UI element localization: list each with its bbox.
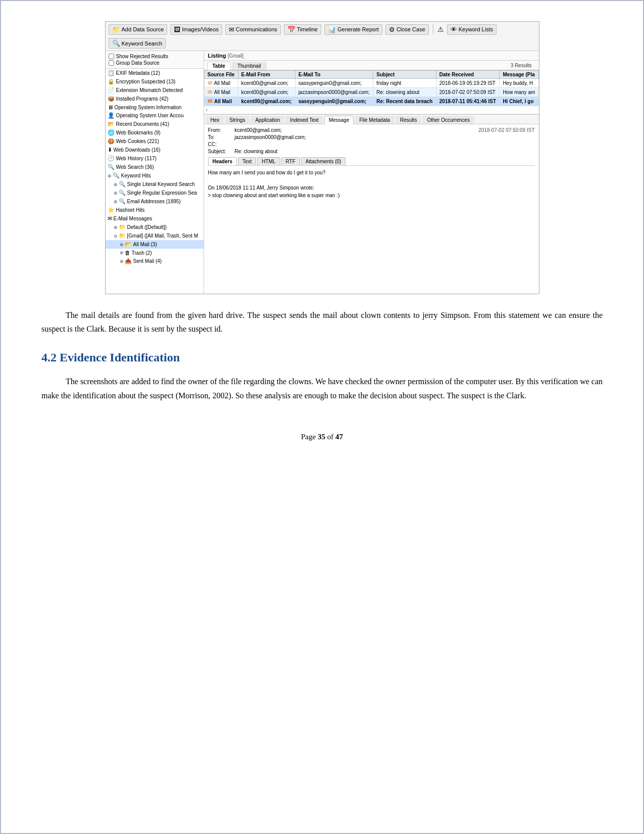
programs-icon: 📦: [108, 96, 115, 102]
tree-item-all-mail[interactable]: ⊕ 📂 All Mail (3): [106, 240, 204, 249]
table-row[interactable]: ✉ All Mail kcent00@gmail.com; sassypengu…: [204, 97, 538, 106]
view-tabs: Table Thumbnail 3 Results: [204, 61, 539, 70]
tab-results[interactable]: Results: [395, 116, 421, 124]
email-from-field: From: kcent00@gmail.com; 2018-07-02 07:5…: [208, 127, 535, 133]
exif-icon: 📋: [108, 70, 115, 76]
table-row[interactable]: ✉ All Mail kcent00@gmail.com; jazzasimps…: [204, 88, 538, 97]
body-paragraph-1: The mail details are found from the give…: [41, 308, 603, 336]
left-sidebar: Show Rejected Results Group Data Source …: [106, 51, 204, 294]
tab-other-occurrences[interactable]: Other Occurrences: [422, 116, 474, 124]
images-videos-button[interactable]: 🖼 Images/Videos: [170, 24, 222, 35]
tab-application[interactable]: Application: [251, 116, 284, 124]
tab-thumbnail[interactable]: Thumbnail: [232, 62, 267, 70]
table-row[interactable]: ✉ All Mail kcent00@gmail.com; sassypengu…: [204, 79, 538, 88]
tab-indexed-text[interactable]: Indexed Text: [285, 116, 323, 124]
cell-to-1: sassypenguin0@gmail.com;: [295, 79, 373, 88]
email-content-tabs: Headers Text HTML RTF Attachments (0): [208, 157, 535, 166]
tree-item-web-history[interactable]: 🕑 Web History (117): [106, 154, 204, 163]
tab-file-metadata[interactable]: File Metadata: [355, 116, 394, 124]
keyword-lists-button[interactable]: 👁 Keyword Lists: [447, 24, 497, 35]
document-page: 📁 Add Data Source 🖼 Images/Videos ✉ Comm…: [0, 0, 644, 834]
col-to: E-Mail To: [295, 71, 373, 79]
page-footer: Page 35 of 47: [41, 433, 603, 441]
tree-item-os-info[interactable]: 🖥 Operating System Information: [106, 103, 204, 111]
sidebar-options: Show Rejected Results Group Data Source: [106, 51, 204, 69]
tree-item-sent-mail[interactable]: ⊕ 📤 Sent Mail (4): [106, 257, 204, 265]
main-layout: Show Rejected Results Group Data Source …: [106, 51, 539, 294]
default-icon: 📁: [119, 224, 126, 230]
tab-text[interactable]: Text: [238, 157, 256, 165]
timeline-button[interactable]: 📅 Timeline: [284, 24, 321, 35]
tree-item-web-downloads[interactable]: ⬇ Web Downloads (16): [106, 146, 204, 154]
group-data-checkbox[interactable]: [109, 60, 114, 66]
tree-item-web-bookmarks[interactable]: 🌐 Web Bookmarks (9): [106, 128, 204, 137]
close-case-button[interactable]: ⚙ Close Case: [385, 24, 429, 35]
report-icon: 📊: [328, 26, 336, 33]
generate-report-button[interactable]: 📊 Generate Report: [324, 24, 382, 35]
tab-headers[interactable]: Headers: [208, 157, 237, 165]
cell-subject-1: friday night: [373, 79, 436, 88]
email-msg-icon: ✉: [108, 215, 112, 222]
tree-item-keyword-hits[interactable]: ⊕ 🔍 Keyword Hits: [106, 171, 204, 180]
tree-item-single-literal[interactable]: ⊕ 🔍 Single Literal Keyword Search: [106, 180, 204, 189]
add-data-source-button[interactable]: 📁 Add Data Source: [109, 24, 168, 35]
email-detail-panel: From: kcent00@gmail.com; 2018-07-02 07:5…: [204, 124, 539, 294]
tree-item-encryption[interactable]: 🔒 Encryption Suspected (13): [106, 77, 204, 86]
timeline-icon: 📅: [287, 26, 295, 33]
tree-item-regex[interactable]: ⊕ 🔍 Single Regular Expression Sea: [106, 189, 204, 197]
sidebar-tree: 📋 EXIF Metadata (12) 🔒 Encryption Suspec…: [106, 69, 204, 287]
tree-item-default[interactable]: ⊕ 📁 Default ([Default]): [106, 223, 204, 231]
tab-html[interactable]: HTML: [257, 157, 280, 165]
encryption-icon: 🔒: [108, 78, 115, 85]
tree-item-trash[interactable]: ⊕ 🗑 Trash (2): [106, 249, 204, 257]
images-icon: 🖼: [174, 26, 180, 33]
gmail-icon: 📁: [119, 233, 126, 239]
tree-item-web-cookies[interactable]: 🍪 Web Cookies (221): [106, 137, 204, 146]
cell-date-3: 2018-07-11 05:41:46 IST: [436, 97, 500, 106]
tree-item-recent-docs[interactable]: 📂 Recent Documents (41): [106, 120, 204, 128]
tab-message[interactable]: Message: [324, 116, 354, 124]
communications-button[interactable]: ✉ Communications: [225, 24, 281, 35]
separator: [433, 24, 433, 35]
tree-item-hashset[interactable]: ⭐ Hashset Hits: [106, 206, 204, 214]
table-header-row: Source File E-Mail From E-Mail To Subjec…: [204, 71, 538, 79]
cell-to-2: jazzasimpson0000@gmail.com;: [295, 88, 373, 97]
email-body: How many am I send you and how do I get …: [208, 169, 535, 199]
cell-to-3: sassypenguin0@gmail.com;: [295, 97, 373, 106]
tree-item-exif[interactable]: 📋 EXIF Metadata (12): [106, 69, 204, 77]
tab-strings[interactable]: Strings: [225, 116, 250, 124]
email-table-container: Source File E-Mail From E-Mail To Subjec…: [204, 70, 539, 106]
tree-item-email-messages[interactable]: ✉ E-Mail Messages: [106, 214, 204, 223]
tree-item-installed-programs[interactable]: 📦 Installed Programs (42): [106, 95, 204, 103]
sent-mail-icon: 📤: [125, 258, 132, 264]
body-paragraph-2: The screenshots are added to find the ow…: [41, 375, 603, 402]
ext-mismatch-icon: 📄: [108, 87, 115, 94]
show-rejected-checkbox[interactable]: [109, 54, 114, 59]
cell-source-2: ✉ All Mail: [204, 88, 238, 97]
show-rejected-option[interactable]: Show Rejected Results: [109, 53, 201, 60]
tree-item-email-addresses[interactable]: ⊕ 🔍 Email Addresses (1895): [106, 197, 204, 206]
cell-message-1: Hey buddy, H: [500, 79, 538, 88]
content-area: Listing [Gmail] Table Thumbnail 3 Result…: [204, 51, 539, 294]
bottom-tabs: Hex Strings Application Indexed Text Mes…: [204, 114, 539, 124]
tab-hex[interactable]: Hex: [206, 116, 224, 124]
tree-item-extension-mismatch[interactable]: 📄 Extension Mismatch Detected: [106, 86, 204, 95]
eye-icon: 👁: [451, 26, 457, 33]
cell-from-3: kcent00@gmail.com;: [238, 97, 295, 106]
email-addr-icon: 🔍: [119, 198, 126, 205]
group-data-source-option[interactable]: Group Data Source: [109, 60, 201, 66]
tab-table[interactable]: Table: [207, 62, 231, 70]
cell-from-2: kcent00@gmail.com;: [238, 88, 295, 97]
email-to-field: To: jazzasimpson0000@gmail.com;: [208, 134, 535, 140]
history-icon: 🕑: [108, 155, 115, 162]
tree-item-os-user[interactable]: 👤 Operating System User Accou: [106, 111, 204, 120]
tab-attachments[interactable]: Attachments (0): [301, 157, 346, 165]
docs-icon: 📂: [108, 121, 115, 127]
col-subject: Subject: [373, 71, 436, 79]
os-icon: 🖥: [108, 104, 113, 110]
tree-item-web-search[interactable]: 🔍 Web Search (36): [106, 163, 204, 171]
tree-item-gmail[interactable]: ⊖ 📁 [Gmail] ([All Mail, Trash, Sent M: [106, 231, 204, 240]
cell-subject-2: Re: clowning about: [373, 88, 436, 97]
tab-rtf[interactable]: RTF: [281, 157, 300, 165]
keyword-search-button[interactable]: 🔍 Keyword Search: [109, 38, 166, 49]
